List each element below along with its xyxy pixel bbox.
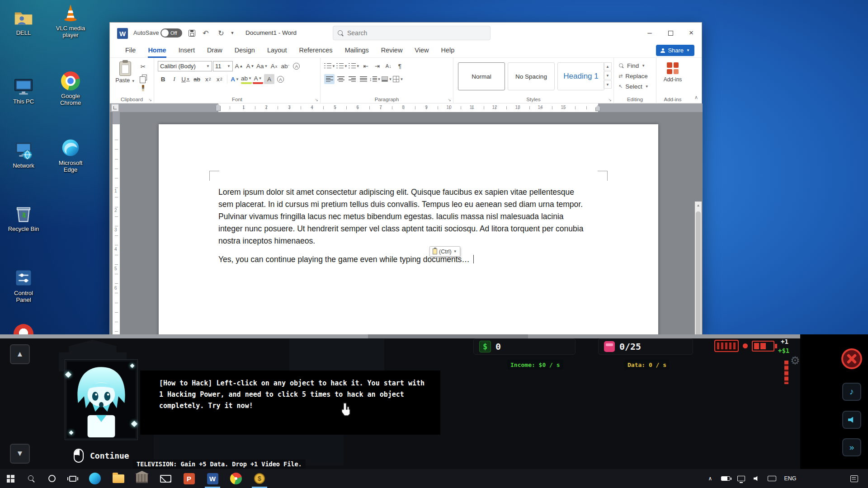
tray-expand-button[interactable]: ∧ (703, 469, 718, 488)
strikethrough-button[interactable]: ab (192, 74, 202, 84)
tab-draw[interactable]: Draw (207, 43, 222, 58)
search-box[interactable] (333, 26, 491, 40)
style-normal[interactable]: Normal (458, 62, 505, 90)
decrease-indent-button[interactable]: ⇤ (361, 61, 371, 71)
clear-formatting-button[interactable]: Ax (269, 61, 279, 71)
taskbar-word[interactable]: W (201, 469, 224, 488)
desktop-icon-recycle-bin[interactable]: Recycle Bin (1, 203, 46, 233)
tab-help[interactable]: Help (441, 43, 455, 58)
grow-font-button[interactable]: A▲ (234, 61, 244, 71)
tab-file[interactable]: File (125, 43, 136, 58)
tab-references[interactable]: References (299, 43, 332, 58)
sound-toggle-button[interactable] (842, 411, 861, 429)
tab-design[interactable]: Design (235, 43, 255, 58)
borders-button[interactable]: ▼ (393, 74, 403, 84)
align-left-button[interactable] (324, 74, 335, 84)
font-size-combo[interactable]: 11▼ (213, 61, 233, 71)
styles-scroll-up[interactable]: ▲ (604, 62, 612, 70)
share-button[interactable]: Share ▼ (656, 45, 694, 56)
align-right-button[interactable] (347, 74, 357, 84)
underline-button[interactable]: U▼ (180, 74, 191, 84)
vertical-ruler[interactable]: 1 2 3 4 5 6 (113, 112, 120, 334)
desktop-icon-control-panel[interactable]: Control Panel (1, 267, 46, 304)
taskbar-powerpoint[interactable]: P (177, 469, 201, 488)
continue-button[interactable]: Continue (74, 449, 129, 463)
subscript-button[interactable]: x2 (203, 74, 213, 84)
enclose-characters-button[interactable]: A (291, 61, 302, 71)
styles-scroll-down[interactable]: ▼ (604, 71, 612, 80)
style-no-spacing[interactable]: No Spacing (508, 62, 555, 90)
volume-tray-icon[interactable] (749, 469, 764, 488)
cut-button[interactable]: ✂ (138, 61, 148, 71)
maximize-button[interactable] (660, 23, 681, 43)
scroll-down-button[interactable]: ▼ (10, 444, 30, 464)
font-color-button[interactable]: A▼ (253, 74, 263, 84)
bold-button[interactable]: B (158, 74, 168, 84)
dialog-launcher-icon[interactable]: ↘ (315, 98, 318, 102)
desktop-icon-vlc[interactable]: VLC media player (48, 3, 93, 39)
music-toggle-button[interactable]: ♪ (842, 383, 861, 401)
undo-button[interactable]: ↶ (199, 27, 212, 39)
shrink-font-button[interactable]: A▼ (245, 61, 255, 71)
taskbar-file-explorer[interactable] (107, 469, 130, 488)
taskbar-chrome[interactable] (224, 469, 248, 488)
desktop-icon-this-pc[interactable]: This PC (1, 76, 46, 105)
battery-icon[interactable] (752, 341, 774, 352)
network-tray-icon[interactable] (733, 469, 749, 488)
format-painter-button[interactable] (138, 83, 148, 93)
addins-button[interactable]: Add-ins (656, 62, 689, 83)
autosave-toggle[interactable]: Off (160, 28, 182, 38)
taskbar-search-button[interactable] (21, 469, 42, 488)
tab-view[interactable]: View (415, 43, 429, 58)
text-effects-button[interactable]: A▼ (230, 74, 240, 84)
tab-selector[interactable] (111, 104, 119, 112)
show-formatting-button[interactable]: ¶ (395, 61, 405, 71)
minimize-button[interactable]: – (639, 23, 660, 43)
italic-button[interactable]: I (169, 74, 179, 84)
shading-button[interactable]: ▼ (382, 74, 392, 84)
desktop-icon-chrome[interactable]: Google Chrome (48, 70, 93, 107)
replace-button[interactable]: ⇄Replace (618, 71, 649, 81)
desktop-icon-network[interactable]: Network (1, 140, 46, 169)
save-button[interactable] (185, 27, 198, 39)
keyboard-upgrade-icon[interactable] (714, 340, 739, 352)
battery-tray-icon[interactable] (718, 469, 733, 488)
dialog-launcher-icon[interactable]: ↘ (148, 98, 152, 102)
dialog-launcher-icon[interactable]: ↘ (608, 98, 612, 102)
find-button[interactable]: Find▼ (618, 61, 649, 71)
tab-insert[interactable]: Insert (179, 43, 195, 58)
character-shading-button[interactable]: A (264, 74, 274, 84)
taskbar-edge[interactable] (83, 469, 107, 488)
line-spacing-button[interactable]: ↕▼ (369, 74, 381, 84)
fast-forward-button[interactable]: » (842, 438, 861, 456)
tab-mailings[interactable]: Mailings (345, 43, 369, 58)
search-input[interactable] (347, 29, 474, 37)
quick-access-dropdown[interactable]: ▼ (228, 27, 236, 39)
select-button[interactable]: ↖Select▼ (618, 81, 649, 92)
close-tutorial-button[interactable] (841, 348, 862, 369)
justify-button[interactable] (358, 74, 368, 84)
numbering-button[interactable]: ▼ (336, 61, 348, 71)
style-heading1[interactable]: Heading 1 (557, 62, 604, 90)
document-page[interactable]: Lorem ipsum dolor sit amet consectetur a… (159, 124, 658, 334)
action-center-button[interactable] (846, 469, 862, 488)
collapse-ribbon-button[interactable]: ∧ (694, 94, 698, 100)
tab-layout[interactable]: Layout (267, 43, 287, 58)
task-view-button[interactable] (62, 469, 83, 488)
bullets-button[interactable]: ▼ (324, 61, 335, 71)
phonetic-guide-button[interactable]: ab˘ (280, 61, 290, 71)
multilevel-list-button[interactable]: ▼ (349, 61, 360, 71)
cortana-button[interactable] (42, 469, 62, 488)
close-button[interactable]: × (681, 23, 702, 43)
vertical-scrollbar[interactable]: ▲ (695, 202, 702, 334)
start-button[interactable] (0, 469, 21, 488)
highlight-color-button[interactable]: ab▼ (241, 74, 252, 84)
scroll-up-arrow[interactable]: ▲ (695, 202, 702, 209)
paste-button[interactable]: Paste ▼ (113, 61, 137, 84)
superscript-button[interactable]: x2 (214, 74, 225, 84)
taskbar-game[interactable]: $ (248, 469, 271, 488)
scroll-up-button[interactable]: ▲ (10, 344, 30, 364)
paste-options-button[interactable]: (Ctrl) ▼ (429, 246, 460, 257)
change-case-button[interactable]: Aa▼ (256, 61, 268, 71)
tab-review[interactable]: Review (381, 43, 403, 58)
